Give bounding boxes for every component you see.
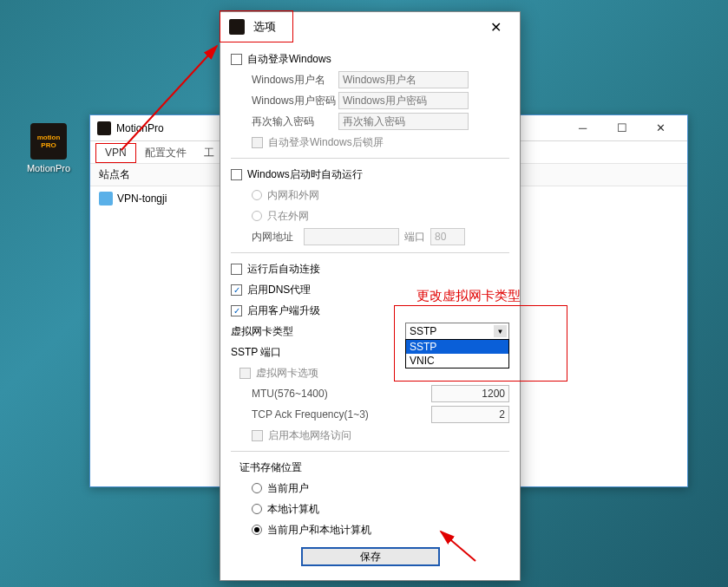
label-cert-store: 证书存储位置 [239, 460, 302, 475]
dropdown-vnic-type[interactable]: SSTP ▼ SSTP VNIC [405, 323, 509, 340]
label-cert-current-user: 当前用户 [267, 481, 309, 496]
label-lock-after-login: 自动登录Windows后锁屏 [268, 135, 384, 150]
app-icon [97, 121, 111, 135]
label-cert-local-machine: 本地计算机 [267, 502, 319, 517]
site-icon [99, 192, 113, 205]
dialog-titlebar: 选项 ✕ [220, 12, 520, 42]
radio-net-both [252, 190, 262, 200]
dialog-title: 选项 [253, 19, 478, 35]
dropdown-selected: SSTP [410, 325, 436, 337]
label-reenter-pwd: 再次输入密码 [252, 114, 338, 129]
checkbox-auto-login-windows[interactable] [231, 54, 242, 65]
label-win-pwd: Windows用户密码 [252, 94, 338, 108]
label-port: 端口 [404, 230, 425, 245]
site-item-label: VPN-tongji [117, 192, 167, 205]
input-port [430, 228, 465, 245]
desktop-icon-label: MotionPro [23, 163, 75, 173]
label-net-both: 内网和外网 [267, 188, 319, 203]
dropdown-option-vnic[interactable]: VNIC [406, 354, 508, 368]
input-win-user [338, 71, 469, 88]
checkbox-auto-run-startup[interactable] [231, 169, 242, 180]
checkbox-enable-client-upgrade[interactable] [231, 305, 242, 316]
input-reenter-pwd [338, 113, 469, 130]
chevron-down-icon: ▼ [494, 325, 507, 337]
close-button[interactable]: ✕ [641, 116, 680, 140]
input-intranet-addr [304, 228, 399, 245]
maximize-button[interactable]: ☐ [602, 116, 641, 140]
minimize-button[interactable]: ─ [563, 116, 602, 140]
label-auto-connect: 运行后自动连接 [247, 262, 320, 277]
label-enable-client-upgrade: 启用客户端升级 [247, 303, 320, 318]
label-net-ext-only: 只在外网 [267, 209, 309, 224]
input-tcp-ack [431, 406, 509, 423]
options-dialog: 选项 ✕ 自动登录Windows Windows用户名 Windows用户密码 … [220, 11, 521, 581]
checkbox-lock-after-login [252, 137, 263, 148]
radio-cert-current-user[interactable] [252, 483, 262, 493]
checkbox-enable-dns[interactable] [231, 284, 242, 296]
radio-cert-local-machine[interactable] [252, 504, 262, 514]
menu-tools[interactable]: 工 [195, 143, 223, 163]
label-vnic-options: 虚拟网卡选项 [256, 366, 318, 381]
checkbox-vnic-options [239, 368, 251, 379]
app-icon [229, 19, 245, 35]
input-win-pwd [338, 92, 469, 109]
label-intranet-addr: 内网地址 [252, 230, 304, 245]
label-enable-local-net: 启用本地网络访问 [268, 428, 351, 443]
label-cert-both: 当前用户和本地计算机 [267, 523, 371, 538]
label-mtu: MTU(576~1400) [252, 388, 382, 400]
dropdown-list: SSTP VNIC [405, 339, 509, 369]
label-auto-run-startup: Windows启动时自动运行 [247, 167, 363, 182]
menu-config[interactable]: 配置文件 [136, 143, 195, 163]
dialog-close-button[interactable]: ✕ [478, 14, 513, 40]
app-icon: motion PRO [30, 123, 67, 160]
radio-cert-both[interactable] [252, 525, 262, 535]
label-enable-dns: 启用DNS代理 [247, 283, 311, 297]
label-vnic-type: 虚拟网卡类型 [231, 324, 309, 339]
label-sstp-port: SSTP 端口 [231, 345, 281, 360]
label-win-user: Windows用户名 [252, 73, 338, 88]
label-tcp-ack: TCP Ack Frequency(1~3) [252, 408, 390, 421]
menu-vpn[interactable]: VPN [95, 143, 136, 163]
radio-net-ext-only [252, 211, 262, 221]
checkbox-enable-local-net [252, 430, 263, 441]
label-auto-login-windows: 自动登录Windows [247, 52, 331, 67]
save-button[interactable]: 保存 [301, 547, 440, 566]
input-mtu [431, 385, 509, 402]
dropdown-option-sstp[interactable]: SSTP [406, 340, 508, 354]
checkbox-auto-connect[interactable] [231, 264, 242, 275]
desktop-shortcut-motionpro[interactable]: motion PRO MotionPro [23, 123, 75, 173]
